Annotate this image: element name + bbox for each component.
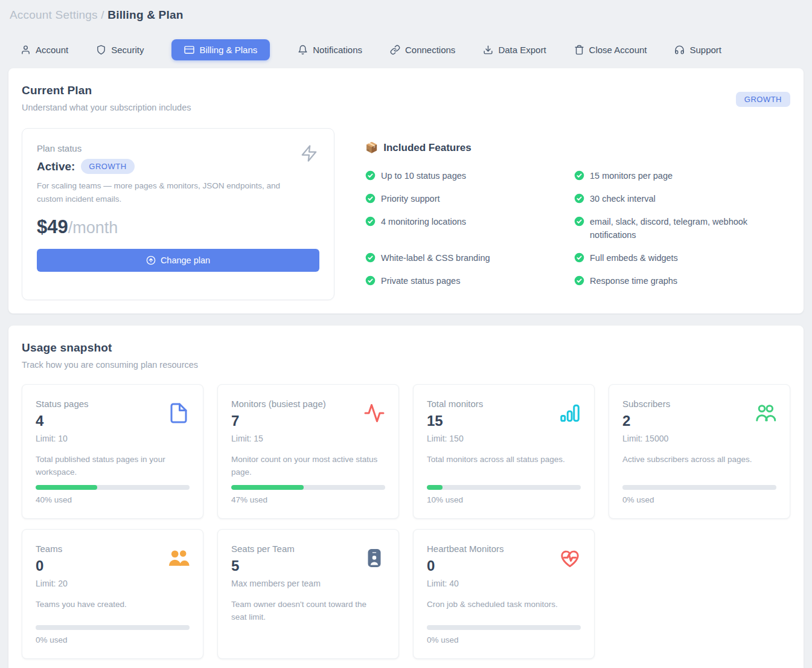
usage-subtitle: Track how you are consuming plan resourc… xyxy=(22,360,790,370)
lightning-icon xyxy=(300,143,318,164)
page-title: Billing & Plan xyxy=(107,8,183,21)
usage-card-description: Active subscribers across all pages. xyxy=(622,454,773,479)
change-plan-label: Change plan xyxy=(161,255,210,265)
usage-progress-bar xyxy=(36,485,190,490)
check-circle-icon xyxy=(365,275,376,286)
breadcrumb-section[interactable]: Account Settings / xyxy=(10,8,104,21)
tab-support[interactable]: Support xyxy=(674,45,721,55)
change-plan-button[interactable]: Change plan xyxy=(37,249,319,272)
included-features: 📦 Included Features Up to 10 status page… xyxy=(365,141,790,300)
usage-card: Teams 0 Limit: 20 Teams you have created… xyxy=(22,529,203,659)
usage-card-value: 4 xyxy=(36,413,89,429)
check-circle-icon xyxy=(365,170,376,181)
usage-percent-label: 47% used xyxy=(231,495,385,504)
check-circle-icon xyxy=(574,252,584,263)
bar-chart-icon xyxy=(559,402,581,424)
usage-card-label: Seats per Team xyxy=(231,544,321,554)
link-icon xyxy=(390,45,400,55)
usage-card-value: 15 xyxy=(427,413,483,429)
usage-card-label: Status pages xyxy=(36,399,89,409)
check-circle-icon xyxy=(574,275,584,286)
usage-card-value: 0 xyxy=(36,557,68,574)
tab-security[interactable]: Security xyxy=(96,45,144,55)
usage-card-label: Teams xyxy=(36,544,68,554)
check-circle-icon xyxy=(365,252,376,263)
package-icon: 📦 xyxy=(365,141,378,154)
features-heading: Included Features xyxy=(383,142,471,154)
usage-card-limit: Limit: 150 xyxy=(427,434,483,443)
tab-close-account[interactable]: Close Account xyxy=(574,45,647,55)
usage-card-value: 0 xyxy=(427,557,504,574)
plan-price-row: $49 /month xyxy=(37,216,319,238)
download-icon xyxy=(483,45,493,55)
tab-account[interactable]: Account xyxy=(21,45,68,55)
users-icon xyxy=(755,402,776,424)
feature-item: 4 monitoring locations xyxy=(365,215,574,242)
bell-icon xyxy=(298,45,308,55)
usage-percent-label: 40% used xyxy=(36,495,190,504)
usage-card: Seats per Team 5 Max members per team Te… xyxy=(217,529,399,659)
usage-card-limit: Limit: 20 xyxy=(36,579,68,588)
tab-billing-plans[interactable]: Billing & Plans xyxy=(171,39,270,60)
usage-progress-bar xyxy=(622,485,776,490)
usage-card-description: Monitor count on your most active status… xyxy=(231,454,382,479)
settings-tabs: Account Security Billing & Plans Notific… xyxy=(21,45,804,55)
usage-percent-label: 10% used xyxy=(427,495,581,504)
plan-status-tier-badge: GROWTH xyxy=(81,159,134,174)
usage-card-description: Team owner doesn't count toward the seat… xyxy=(231,599,382,644)
plan-status-label: Plan status xyxy=(37,143,319,153)
feature-item: 15 monitors per page xyxy=(574,169,790,182)
tab-notifications[interactable]: Notifications xyxy=(298,45,362,55)
shield-icon xyxy=(96,45,106,55)
plan-price: $49 xyxy=(37,216,68,238)
usage-card-description: Total monitors across all status pages. xyxy=(427,454,578,479)
headset-icon xyxy=(674,45,685,55)
usage-card: Subscribers 2 Limit: 15000 Active subscr… xyxy=(609,384,790,519)
usage-card: Monitors (busiest page) 7 Limit: 15 Moni… xyxy=(217,384,399,519)
credit-card-icon xyxy=(184,45,194,55)
usage-card-label: Monitors (busiest page) xyxy=(231,399,326,409)
check-circle-icon xyxy=(574,170,584,181)
feature-item: Private status pages xyxy=(365,274,574,287)
billing-page: Account Settings / Billing & Plan Accoun… xyxy=(0,0,812,668)
breadcrumb: Account Settings / Billing & Plan xyxy=(8,7,804,22)
current-plan-panel: Current Plan Understand what your subscr… xyxy=(8,68,804,313)
usage-card-label: Heartbeat Monitors xyxy=(427,544,504,554)
usage-card-limit: Limit: 40 xyxy=(427,579,504,588)
feature-item: email, slack, discord, telegram, webhook… xyxy=(574,215,790,242)
usage-card-limit: Limit: 10 xyxy=(36,434,89,443)
check-circle-icon xyxy=(365,193,376,204)
usage-card-limit: Max members per team xyxy=(231,579,321,588)
users-filled-icon xyxy=(168,547,190,569)
usage-title: Usage snapshot xyxy=(22,341,790,355)
current-plan-subtitle: Understand what your subscription includ… xyxy=(22,103,191,112)
usage-card-limit: Limit: 15000 xyxy=(622,434,670,443)
feature-item: Full embeds & widgets xyxy=(574,251,790,265)
usage-progress-bar xyxy=(427,485,581,490)
usage-card-limit: Limit: 15 xyxy=(231,434,326,443)
heartbeat-icon xyxy=(559,547,581,569)
usage-progress-bar xyxy=(36,625,190,630)
usage-panel: Usage snapshot Track how you are consumi… xyxy=(8,326,804,668)
check-circle-icon xyxy=(574,216,584,226)
tab-data-export[interactable]: Data Export xyxy=(483,45,546,55)
feature-item: White-label & CSS branding xyxy=(365,251,574,265)
usage-card-description: Total published status pages in your wor… xyxy=(36,454,187,479)
current-plan-title: Current Plan xyxy=(22,84,191,97)
usage-card-value: 7 xyxy=(231,413,326,429)
usage-card: Status pages 4 Limit: 10 Total published… xyxy=(22,384,203,519)
plan-price-period: /month xyxy=(68,219,118,237)
file-icon xyxy=(168,402,190,424)
usage-percent-label: 0% used xyxy=(36,635,190,644)
activity-icon xyxy=(363,402,385,424)
usage-progress-bar xyxy=(231,485,385,490)
usage-card-label: Subscribers xyxy=(622,399,670,409)
usage-card-value: 2 xyxy=(622,413,670,429)
usage-card-description: Cron job & scheduled task monitors. xyxy=(427,599,578,619)
plan-status-value: Active: xyxy=(37,160,75,173)
user-icon xyxy=(21,45,31,55)
usage-card-description: Teams you have created. xyxy=(36,599,187,619)
arrow-up-circle-icon xyxy=(146,255,156,265)
tab-connections[interactable]: Connections xyxy=(390,45,455,55)
check-circle-icon xyxy=(574,193,584,204)
